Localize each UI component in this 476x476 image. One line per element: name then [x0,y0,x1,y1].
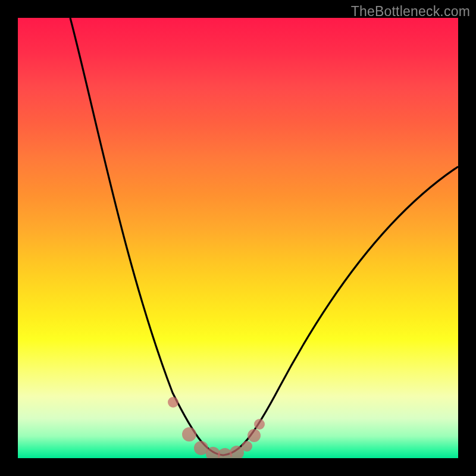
watermark-text: TheBottleneck.com [351,4,470,20]
gradient-plot-area [18,18,458,458]
